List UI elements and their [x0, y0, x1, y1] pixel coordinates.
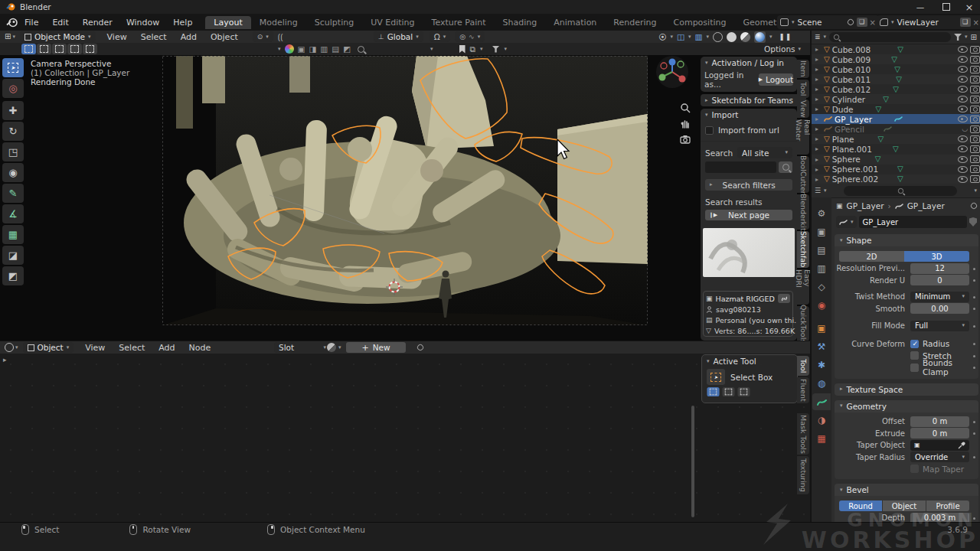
scale-tool[interactable]: ◳	[2, 142, 24, 161]
hide-eye-icon[interactable]	[958, 176, 968, 183]
tab-render[interactable]: ▣	[812, 223, 831, 240]
taper-object-field[interactable]: ▣	[910, 440, 969, 451]
tool-mode-button-2[interactable]	[722, 387, 734, 396]
workspace-tab-sculpting[interactable]: Sculpting	[306, 16, 362, 29]
import-collapse-chevron[interactable]: ▾	[705, 112, 708, 118]
tab-particles[interactable]: ✱	[812, 357, 831, 373]
search-input[interactable]	[705, 161, 776, 173]
active-tool-collapse-chevron[interactable]: ▾	[707, 359, 710, 364]
properties-search-input[interactable]	[844, 186, 958, 196]
shape-panel-header[interactable]: ▾Shape	[835, 234, 978, 246]
paint-option-icon-4[interactable]: ▤	[332, 45, 339, 54]
workspace-tab-layout[interactable]: Layout	[205, 16, 250, 29]
taper-radius-dropdown[interactable]: Override▾	[910, 452, 969, 462]
hide-eye-icon[interactable]	[958, 76, 968, 83]
view-layer-selector[interactable]: ▾ ViewLayer ❏ ×	[877, 15, 980, 29]
unlink-scene-icon[interactable]: ×	[870, 18, 876, 27]
outliner-row-gp-layer[interactable]: ▸GP_Layer	[812, 114, 980, 124]
pin-icon[interactable]	[969, 201, 978, 210]
workspace-tab-texture-paint[interactable]: Texture Paint	[423, 16, 495, 29]
select-mode-subtract-button[interactable]	[52, 44, 67, 54]
node-menu-add[interactable]: Add	[152, 343, 181, 353]
tab-world[interactable]: ◉	[812, 297, 831, 314]
snap-toggle[interactable]: Ω▾	[430, 31, 451, 42]
resolution-preview-field[interactable]: 12	[910, 263, 969, 274]
dimension-3d-button[interactable]: 3D	[904, 251, 969, 262]
collapsed-panel-arrow-icon[interactable]: ▸	[3, 356, 7, 364]
proportional-falloff-icon[interactable]: ⟮⟮	[278, 33, 283, 41]
menu-help[interactable]: Help	[166, 18, 199, 28]
hide-eye-icon[interactable]	[958, 46, 968, 53]
vp-menu-add[interactable]: Add	[174, 32, 204, 42]
outliner-row-sphere[interactable]: ▸▽Sphere▽	[812, 155, 980, 165]
radius-checkbox[interactable]	[910, 340, 919, 348]
wireframe-shading-icon[interactable]	[713, 32, 723, 42]
zoom-view-icon[interactable]	[680, 103, 691, 113]
pause-render-icon[interactable]: ❚❚	[779, 34, 792, 41]
menu-edit[interactable]: Edit	[45, 18, 75, 28]
twist-method-dropdown[interactable]: Minimum▾	[910, 292, 969, 302]
bevel-panel-header[interactable]: ▾Bevel	[835, 484, 978, 496]
disable-render-icon[interactable]	[970, 155, 980, 163]
pin-icon[interactable]	[846, 18, 854, 26]
sidebar-tab-item[interactable]: Item	[797, 60, 809, 78]
disable-render-icon[interactable]	[970, 56, 980, 64]
extrude-field[interactable]: 0 m	[910, 428, 969, 439]
scrollbar[interactable]	[691, 406, 694, 517]
outliner-row-cube012[interactable]: ▸▽Cube.012▽	[812, 84, 980, 94]
import-url-checkbox[interactable]	[705, 126, 714, 135]
map-taper-checkbox[interactable]	[910, 465, 919, 473]
logout-button[interactable]: ▶Logout	[759, 73, 793, 86]
scene-selector[interactable]: ▾ Scene ❏ ×	[777, 15, 879, 29]
new-collection-icon[interactable]: ⊞	[971, 34, 977, 41]
next-page-button[interactable]: ❙▶ Next page	[705, 210, 792, 220]
tab-view-layer[interactable]: ▥	[812, 260, 831, 277]
site-filter-dropdown[interactable]: All site▾	[737, 147, 792, 158]
blender-menu-logo-icon[interactable]	[6, 18, 18, 28]
disable-render-icon[interactable]	[970, 66, 980, 73]
select-mode-extend-button[interactable]	[37, 44, 51, 54]
pivot-point-selector[interactable]: ⊙▾	[253, 31, 273, 42]
material-shading-icon[interactable]	[740, 32, 750, 42]
vp-menu-view[interactable]: View	[100, 32, 134, 42]
tool-mode-button-3[interactable]	[737, 387, 750, 396]
search-submit-button[interactable]	[779, 161, 792, 173]
viewport-canvas[interactable]: Camera Perspective (1) Collection | GP_L…	[0, 55, 810, 341]
cursor-tool[interactable]: ◎	[2, 79, 24, 98]
transform-tool[interactable]: ◉	[2, 163, 24, 182]
material-browse-chevron[interactable]: ▾	[338, 345, 341, 350]
model-link-button[interactable]	[778, 294, 790, 303]
outliner-row-cube008[interactable]: ▸▽Cube.008▽	[812, 44, 980, 54]
navigation-gizmo[interactable]	[655, 55, 689, 89]
fill-mode-dropdown[interactable]: Full▾	[910, 321, 969, 331]
workspace-tab-uv-editing[interactable]: UV Editing	[362, 16, 423, 29]
hide-eye-icon[interactable]	[958, 66, 968, 73]
tab-modifiers[interactable]: ⚒	[812, 338, 831, 355]
twist-smooth-field[interactable]: 0.00	[910, 303, 969, 314]
menu-render[interactable]: Render	[76, 18, 119, 28]
shader-type-dropdown[interactable]: Object ▾	[23, 342, 74, 353]
remove-view-layer-icon[interactable]: ×	[973, 18, 979, 27]
outliner-filter-icon[interactable]	[954, 34, 962, 41]
sidebar-tab-tool[interactable]: Tool	[797, 80, 809, 98]
breadcrumb-object[interactable]: GP_Layer	[847, 201, 884, 210]
result-thumbnail[interactable]	[703, 228, 795, 277]
add-primitive-tool[interactable]: ▦	[2, 225, 24, 244]
disable-render-icon[interactable]	[970, 86, 980, 93]
outliner-row-cube009[interactable]: ▸▽Cube.009▽	[812, 54, 980, 64]
select-mode-new-button[interactable]	[21, 44, 36, 54]
tab-physics[interactable]: ◍	[812, 375, 831, 392]
hide-eye-icon[interactable]	[958, 116, 968, 122]
brush-dropdown-chevron[interactable]: ▾	[278, 47, 281, 52]
filter-icon[interactable]	[492, 46, 500, 53]
panel-collapse-chevron[interactable]: ▾	[705, 60, 708, 66]
disable-render-icon[interactable]	[970, 126, 980, 133]
node-menu-node[interactable]: Node	[182, 343, 218, 353]
disable-render-icon[interactable]	[970, 135, 980, 143]
tab-object[interactable]: ▣	[812, 320, 831, 337]
hide-eye-icon[interactable]	[958, 166, 968, 173]
outliner-row-cube010[interactable]: ▸▽Cube.010▽	[812, 64, 980, 74]
minimize-button[interactable]: —	[908, 0, 933, 14]
node-menu-select[interactable]: Select	[112, 343, 152, 353]
select-box-tool[interactable]: ➤	[2, 58, 24, 77]
